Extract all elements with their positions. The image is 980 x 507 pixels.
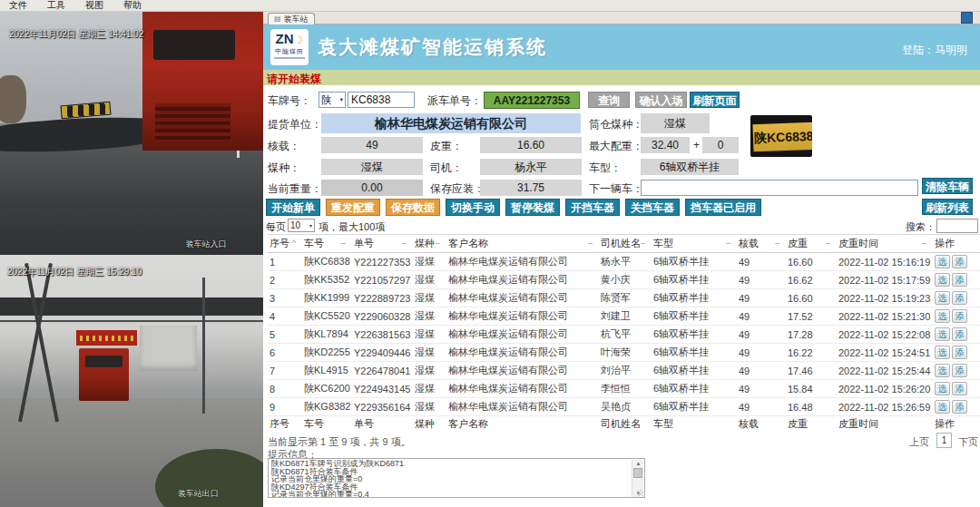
sort-icon: –	[726, 239, 730, 248]
col-header-tare-time[interactable]: 皮重时间–	[837, 235, 933, 253]
plate-province-select[interactable]: 陕▾	[318, 92, 346, 108]
col-header-tare[interactable]: 皮重–	[786, 235, 837, 253]
footer-col-order-no: 单号	[352, 416, 413, 433]
action-button-4[interactable]: 切换手动	[446, 199, 500, 216]
cell-coal-type: 湿煤	[413, 362, 446, 380]
table-row: 3陕KK1999Y222889723湿煤榆林华电煤炭运销有限公司陈贤军6轴双桥半…	[268, 289, 980, 307]
table-row: 1陕KC6838Y221227353湿煤榆林华电煤炭运销有限公司杨永平6轴双桥半…	[268, 253, 980, 271]
red-truck	[142, 12, 263, 151]
clear-truck-button[interactable]: 清除车辆	[922, 178, 973, 194]
add-row-button[interactable]: 添	[952, 346, 967, 359]
confirm-entry-button[interactable]: 确认入场	[635, 92, 687, 108]
table-summary: 当前显示第 1 至 9 项，共 9 项。	[268, 435, 411, 449]
col-header-index[interactable]: 序号^	[268, 235, 302, 253]
action-button-6[interactable]: 开挡车器	[565, 199, 620, 216]
camera-location-label: 装车站出口	[178, 488, 219, 500]
action-button-5[interactable]: 暂停装煤	[505, 199, 560, 216]
cell-truck-type: 6轴双桥半挂	[652, 271, 737, 289]
menu-view[interactable]: 视图	[85, 0, 103, 12]
select-row-button[interactable]: 选	[935, 400, 950, 414]
col-header-load[interactable]: 核载–	[737, 235, 786, 253]
cell-customer-name: 榆林华电煤炭运销有限公司	[446, 362, 599, 380]
col-header-customer[interactable]: 客户名称–	[446, 235, 599, 253]
cell-order-no: Y221227353	[352, 253, 413, 271]
action-button-7[interactable]: 关挡车器	[625, 199, 680, 216]
col-header-coal-type[interactable]: 煤种–	[413, 235, 446, 253]
cell-customer-name: 榆林华电煤炭运销有限公司	[446, 344, 599, 362]
cell-customer-name: 榆林华电煤炭运销有限公司	[446, 398, 599, 416]
cell-actions: 选添	[933, 289, 980, 307]
scroll-up-icon[interactable]: ▲	[632, 460, 644, 467]
cell-driver-name: 陈贤军	[599, 289, 652, 307]
tab-loading-station[interactable]: ▤ 装车站	[268, 13, 315, 24]
col-header-truck-no[interactable]: 车号–	[302, 235, 352, 253]
driver-field: 杨永平	[480, 159, 582, 175]
menu-help[interactable]: 帮助	[123, 0, 142, 12]
cell-actions: 选添	[933, 253, 980, 271]
window-blue-icon	[961, 12, 973, 24]
add-row-button[interactable]: 添	[952, 273, 967, 287]
plate-number-input[interactable]	[348, 92, 415, 108]
refresh-page-button[interactable]: 刷新页面	[690, 92, 740, 108]
col-header-driver[interactable]: 司机姓名–	[599, 235, 652, 253]
select-row-button[interactable]: 选	[935, 364, 950, 377]
hint-textarea[interactable]: 陕KD6871车牌号识别成为陕KD6871陕KD6871符合装车条件记录当前仓里…	[268, 458, 645, 498]
select-row-button[interactable]: 选	[935, 327, 950, 341]
add-row-button[interactable]: 添	[952, 400, 967, 414]
scrollbar-thumb[interactable]	[633, 468, 642, 478]
add-row-button[interactable]: 添	[952, 309, 967, 323]
select-row-button[interactable]: 选	[935, 255, 950, 268]
max-ratio-label: 最大配重：	[589, 139, 643, 154]
action-button-1[interactable]: 开始新单	[266, 199, 320, 216]
cell-customer-name: 榆林华电煤炭运销有限公司	[446, 307, 599, 326]
sort-icon: –	[341, 239, 346, 248]
add-row-button[interactable]: 添	[952, 382, 967, 395]
search-label: 搜索：	[906, 220, 936, 234]
cell-rated-load: 49	[737, 362, 786, 380]
action-button-8[interactable]: 挡车器已启用	[685, 199, 761, 216]
cell-tare: 17.28	[786, 326, 837, 344]
cell-tare-time: 2022-11-02 15:26:20	[837, 380, 933, 398]
cell-coal-type: 湿煤	[413, 253, 446, 271]
col-header-truck-type[interactable]: 车型–	[652, 235, 737, 253]
add-row-button[interactable]: 添	[952, 327, 967, 341]
col-header-order-no[interactable]: 单号–	[352, 235, 413, 253]
add-row-button[interactable]: 添	[952, 291, 967, 305]
sort-icon: –	[922, 239, 926, 248]
status-message: 请开始装煤	[267, 73, 321, 85]
tare-label: 皮重：	[430, 139, 463, 154]
menu-file[interactable]: 文件	[9, 0, 27, 12]
page-icon: ▤	[274, 15, 281, 23]
action-button-3[interactable]: 保存数据	[386, 199, 440, 216]
add-row-button[interactable]: 添	[952, 364, 967, 377]
guard-building	[140, 326, 198, 371]
page-number-button[interactable]: 1	[936, 433, 952, 448]
select-row-button[interactable]: 选	[935, 382, 950, 395]
select-row-button[interactable]: 选	[935, 291, 950, 305]
cell-coal-type: 湿煤	[413, 398, 446, 416]
action-button-row: 开始新单重发配重保存数据切换手动暂停装煤开挡车器关挡车器挡车器已启用	[266, 199, 761, 216]
query-button[interactable]: 查询	[588, 92, 630, 108]
max-ratio-adjust-field: 0	[702, 137, 739, 153]
select-row-button[interactable]: 选	[935, 273, 950, 287]
action-button-2[interactable]: 重发配重	[326, 199, 380, 216]
next-truck-input[interactable]	[641, 180, 918, 196]
footer-col-load: 核载	[737, 416, 786, 433]
truck-type-label: 车型：	[589, 161, 622, 176]
menu-tools[interactable]: 工具	[47, 0, 65, 12]
cell-order-no: Y226478041	[352, 362, 413, 380]
add-row-button[interactable]: 添	[952, 255, 967, 268]
select-row-button[interactable]: 选	[935, 309, 950, 323]
prev-page-button[interactable]: 上页	[909, 435, 929, 449]
per-page-select[interactable]: 10▾	[288, 219, 315, 232]
resize-grip-icon[interactable]	[637, 490, 643, 496]
select-row-button[interactable]: 选	[935, 346, 950, 359]
refresh-list-button[interactable]: 刷新列表	[922, 199, 973, 215]
next-page-button[interactable]: 下页	[958, 435, 978, 449]
cell-truck-type: 6轴双桥半挂	[652, 362, 737, 380]
table-row: 7陕KL4915Y226478041湿煤榆林华电煤炭运销有限公司刘治平6轴双桥半…	[268, 362, 980, 380]
search-input[interactable]	[936, 219, 978, 233]
dispatch-number-field[interactable]: AAY221227353	[484, 92, 580, 109]
cell-tare-time: 2022-11-02 15:21:30	[837, 307, 933, 326]
footer-col-tare: 皮重	[786, 416, 837, 433]
